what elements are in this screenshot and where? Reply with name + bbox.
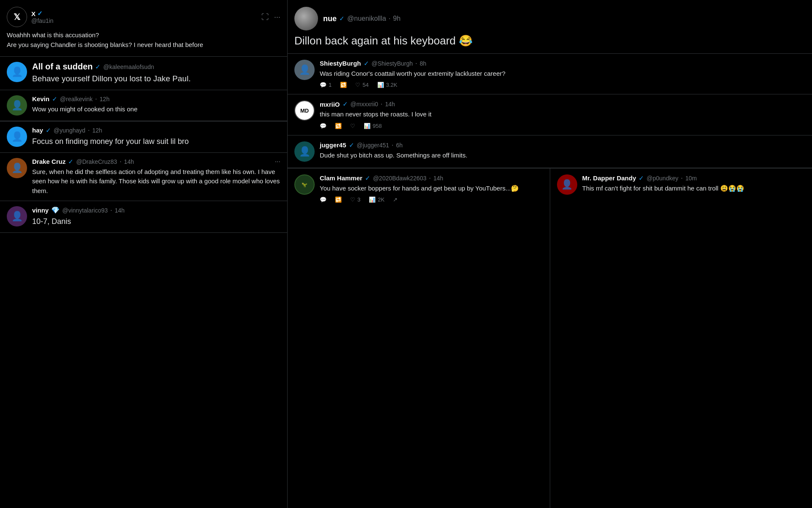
views-count: 958	[373, 123, 382, 129]
avatar-mrdapperdandy: 👤	[557, 174, 577, 195]
clam-hammer-section: 🦖 Clam Hammer ✓ @2020Bdawk22603 · 14h Yo…	[288, 168, 550, 508]
nue-avatar-image	[294, 7, 318, 30]
avatar-allofasudden: 👤	[7, 62, 27, 82]
share-icon: ↗	[393, 196, 398, 203]
like-count: 54	[362, 82, 368, 88]
mrdapperdan-text: This mf can't fight for shit but dammit …	[582, 184, 806, 193]
jugger45-handle: @jugger451	[357, 142, 390, 149]
views-stat: 📊 958	[364, 123, 382, 129]
avatar-clamhammer: 🦖	[294, 174, 315, 195]
tweet-actions: ⛶ ···	[261, 13, 280, 22]
shiestyburgh-content: ShiestyBurgh ✓ @ShiestyBurgh · 8h Was ri…	[320, 60, 805, 88]
more-button[interactable]: ···	[275, 158, 280, 166]
right-bottom-section: 🦖 Clam Hammer ✓ @2020Bdawk22603 · 14h Yo…	[288, 168, 812, 508]
reply-name-row: All of a sudden ✓ @kaleemaalofsudn	[32, 62, 280, 72]
mxriio-time: 14h	[385, 101, 395, 108]
avatar-kevin: 👤	[7, 95, 27, 116]
drake-text: Sure, when he did the selfless action of…	[32, 167, 280, 196]
views-stat: 📊 2K	[369, 196, 384, 203]
verified-badge: ✓	[639, 174, 644, 182]
kevin-time: 12h	[100, 96, 110, 102]
more-icon[interactable]: ···	[274, 13, 280, 22]
clamhammer-stats: 💬 🔁 ♡ 3 📊 2K	[320, 196, 543, 203]
avatar-person-icon: 👤	[11, 211, 23, 222]
clamhammer-avatar-text: 🦖	[302, 182, 307, 187]
verified-badge: ✓	[95, 63, 101, 71]
drake-content: Drake Cruz ✓ @DrakeCruz83 · 14h ··· Sure…	[32, 158, 280, 196]
avatar-mxriio: MD	[294, 100, 315, 121]
reply-stat[interactable]: 💬	[320, 123, 326, 129]
x-logo-icon: 𝕏	[14, 12, 20, 22]
vinny-tweet: 👤 vinny 💎 @vinnytalarico93 · 14h 10-7, D…	[0, 201, 287, 233]
avatar-person-icon: 👤	[11, 163, 23, 174]
like-stat[interactable]: ♡ 54	[355, 82, 368, 88]
top-tweet-card: 𝕏 X ✓ @fau1in ⛶ ··· Woahhh what	[0, 0, 287, 57]
reply-icon: 💬	[320, 196, 326, 203]
mrdapperdandy-content: Mr. Dapper Dandy ✓ @p0undkey · 10m This …	[582, 174, 806, 195]
retweet-stat[interactable]: 🔁	[340, 82, 347, 88]
mxriio-name: mxriiO	[320, 101, 340, 108]
hay-content: hay ✓ @yunghayd · 12h Focus on finding m…	[32, 127, 280, 147]
verified-badge: ✓	[343, 100, 348, 108]
tweet-text-1: Woahhh what is this accusation?	[7, 30, 280, 40]
views-icon: 📊	[377, 82, 384, 88]
mxriio-stats: 💬 🔁 ♡ 📊 958	[320, 123, 805, 129]
clamhammer-name-row: Clam Hammer ✓ @2020Bdawk22603 · 14h	[320, 174, 543, 182]
mrdapperdan-time: 10m	[685, 175, 697, 182]
mxriio-name-row: mxriiO ✓ @mxxxrii0 · 14h	[320, 100, 805, 108]
allofasudden-text: Behave yourself Dillon you lost to Jake …	[32, 73, 280, 85]
shiestyburgh-name-row: ShiestyBurgh ✓ @ShiestyBurgh · 8h	[320, 60, 805, 67]
avatar-person-icon: 👤	[11, 100, 23, 111]
reply-content: All of a sudden ✓ @kaleemaalofsudn Behav…	[32, 62, 280, 85]
share-stat[interactable]: ↗	[393, 196, 398, 203]
clamhammer-content: Clam Hammer ✓ @2020Bdawk22603 · 14h You …	[320, 174, 543, 203]
avatar-hay: 👤	[7, 127, 27, 147]
reply-stat[interactable]: 💬 1	[320, 82, 332, 88]
verified-badge: ✓	[339, 15, 345, 22]
like-stat[interactable]: ♡	[350, 123, 355, 129]
name-text: X	[31, 10, 36, 17]
vinny-time: 14h	[115, 207, 124, 214]
jugger45-name-row: jugger45 ✓ @jugger451 · 6h	[320, 141, 805, 149]
jugger45-content: jugger45 ✓ @jugger451 · 6h Dude shut yo …	[320, 141, 805, 162]
vinny-handle: @vinnytalarico93	[62, 207, 108, 214]
like-stat[interactable]: ♡ 3	[350, 196, 360, 203]
avatar-nue	[294, 7, 318, 30]
mrdapperdan-handle: @p0undkey	[647, 175, 678, 182]
handle-text: @fau1in	[31, 17, 53, 24]
nue-time: 9h	[393, 15, 401, 22]
kevin-name-row: Kevin ✓ @realkevink · 12h	[32, 95, 280, 103]
avatar-person-icon: 👤	[561, 179, 573, 190]
retweet-icon: 🔁	[340, 82, 347, 88]
nue-header: nue ✓ @nuenikollla · 9h	[294, 7, 805, 30]
mxriio-handle: @mxxxrii0	[351, 101, 379, 108]
vinny-content: vinny 💎 @vinnytalarico93 · 14h 10-7, Dan…	[32, 206, 280, 227]
left-column: 𝕏 X ✓ @fau1in ⛶ ··· Woahhh what	[0, 0, 288, 508]
reply-stat[interactable]: 💬	[320, 196, 326, 203]
drake-handle: @DrakeCruz83	[76, 158, 117, 165]
shiestyburgh-handle: @ShiestyBurgh	[372, 60, 413, 67]
drake-name: Drake Cruz	[32, 158, 66, 165]
hay-text: Focus on finding money for your law suit…	[32, 136, 280, 147]
views-stat: 📊 3.2K	[377, 82, 398, 88]
tweet-body: Woahhh what is this accusation? Are you …	[7, 30, 280, 50]
avatar-jugger45: 👤	[294, 141, 315, 162]
hay-name-row: hay ✓ @yunghayd · 12h	[32, 127, 280, 134]
avatar-drake: 👤	[7, 158, 27, 178]
mxriio-tweet: MD mxriiO ✓ @mxxxrii0 · 14h this man nev…	[288, 94, 812, 135]
expand-icon[interactable]: ⛶	[261, 13, 269, 22]
verified-badge: ✓	[349, 141, 354, 149]
hay-time: 12h	[92, 127, 102, 134]
retweet-icon: 🔁	[335, 123, 342, 129]
views-count: 2K	[378, 196, 384, 203]
right-column: nue ✓ @nuenikollla · 9h Dillon back agai…	[288, 0, 812, 508]
views-icon: 📊	[364, 123, 370, 129]
nue-handle: @nuenikollla	[347, 15, 386, 22]
display-name: X ✓	[31, 10, 53, 17]
retweet-stat[interactable]: 🔁	[335, 196, 342, 203]
kevin-tweet: 👤 Kevin ✓ @realkevink · 12h Wow you migh…	[0, 90, 287, 121]
retweet-stat[interactable]: 🔁	[335, 123, 342, 129]
tweet-header: 𝕏 X ✓ @fau1in ⛶ ···	[7, 7, 280, 27]
hay-tweet: 👤 hay ✓ @yunghayd · 12h Focus on finding…	[0, 121, 287, 153]
jugger45-name: jugger45	[320, 141, 346, 149]
